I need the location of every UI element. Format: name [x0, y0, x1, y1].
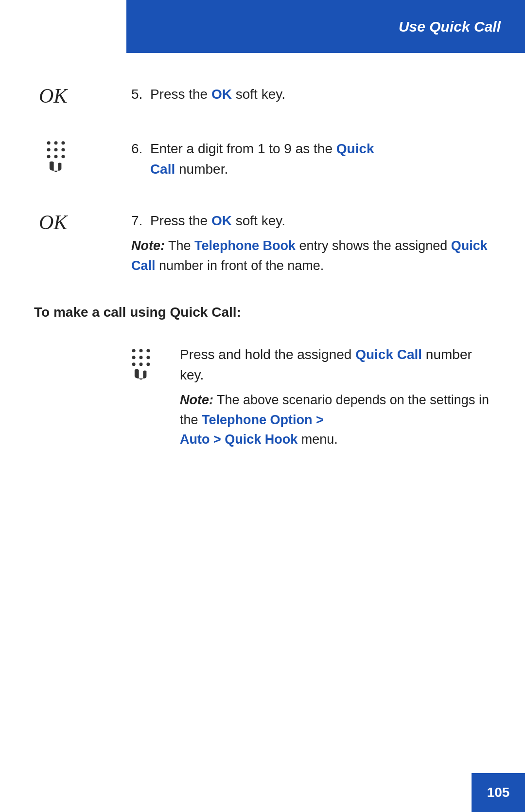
- step-6-icon: [34, 137, 131, 173]
- step-6-content: 6. Enter a digit from 1 to 9 as the Quic…: [131, 137, 491, 180]
- ok-icon-5: OK: [39, 84, 67, 108]
- ok-icon-7: OK: [39, 211, 67, 234]
- step-7-icon: OK: [34, 209, 131, 234]
- make-call-heading: To make a call using Quick Call:: [34, 305, 491, 320]
- step-5-ok-link: OK: [211, 87, 232, 102]
- svg-point-4: [54, 148, 58, 151]
- svg-point-0: [47, 141, 51, 144]
- step-6-quick-call-link: Quick Call: [131, 141, 374, 177]
- step-5-row: OK 5. Press the OK soft key.: [34, 82, 491, 108]
- make-call-step-content: Press and hold the assigned Quick Call n…: [170, 344, 491, 450]
- step-7-content: 7. Press the OK soft key. Note: The Tele…: [131, 209, 491, 275]
- step-5-content: 5. Press the OK soft key.: [131, 82, 491, 105]
- page-number: 105: [487, 785, 510, 800]
- make-call-section: To make a call using Quick Call:: [34, 305, 491, 450]
- svg-point-12: [132, 356, 136, 359]
- make-call-icon: [112, 344, 170, 380]
- make-call-step-row: Press and hold the assigned Quick Call n…: [34, 344, 491, 450]
- svg-point-10: [140, 349, 143, 352]
- step-5-icon: OK: [34, 82, 131, 108]
- svg-point-9: [132, 349, 136, 352]
- svg-point-2: [61, 141, 65, 144]
- keypad-svg: [39, 139, 73, 173]
- step-7-main-text: 7. Press the OK soft key.: [131, 211, 491, 231]
- make-call-keypad-svg: [124, 346, 158, 380]
- header-title: Use Quick Call: [399, 18, 501, 35]
- step-6-text: 6. Enter a digit from 1 to 9 as the Quic…: [131, 141, 374, 177]
- svg-point-5: [61, 148, 65, 151]
- svg-point-1: [54, 141, 58, 144]
- svg-point-3: [47, 148, 51, 151]
- svg-point-14: [146, 356, 150, 359]
- step-7-ok-link: OK: [211, 213, 232, 228]
- header-bar: Use Quick Call: [126, 0, 525, 53]
- step-7-note: Note: The Telephone Book entry shows the…: [131, 236, 491, 275]
- footer: 105: [472, 773, 525, 812]
- step-7-row: OK 7. Press the OK soft key. Note: The T…: [34, 209, 491, 275]
- main-content: OK 5. Press the OK soft key.: [0, 53, 525, 498]
- step-5-text: 5. Press the OK soft key.: [131, 87, 285, 102]
- svg-point-11: [146, 349, 150, 352]
- svg-point-6: [47, 155, 51, 158]
- svg-point-17: [146, 362, 150, 366]
- step-6-row: 6. Enter a digit from 1 to 9 as the Quic…: [34, 137, 491, 180]
- make-call-step-text: Press and hold the assigned Quick Call n…: [180, 344, 491, 385]
- svg-point-15: [132, 362, 136, 366]
- svg-point-13: [140, 356, 143, 359]
- svg-point-16: [140, 362, 143, 366]
- svg-point-8: [61, 155, 65, 158]
- svg-point-7: [54, 155, 58, 158]
- make-call-note: Note: The above scenario depends on the …: [180, 390, 491, 450]
